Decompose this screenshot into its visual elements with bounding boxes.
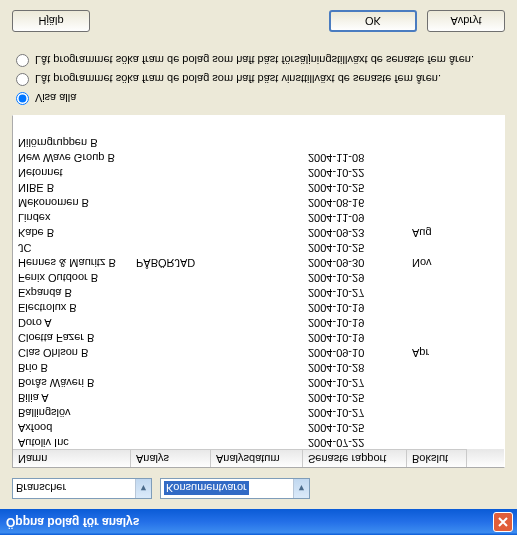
table-row[interactable]: Doro A2004-10-19: [13, 314, 504, 329]
cell-rapport: 2004-11-08: [303, 149, 407, 164]
cell-rapport: 2004-10-25: [303, 389, 407, 404]
table-row[interactable]: Electrolux B2004-10-19: [13, 299, 504, 314]
cell-date: [211, 194, 303, 209]
cell-date: [211, 149, 303, 164]
cell-name: Lindex: [13, 209, 131, 224]
col-name[interactable]: Namn: [13, 449, 131, 467]
cell-date: [211, 374, 303, 389]
table-row[interactable]: Bilia A2004-10-25: [13, 389, 504, 404]
cell-bokslut: Nov: [407, 254, 467, 269]
cell-date: [211, 299, 303, 314]
cell-bokslut: [407, 419, 467, 434]
cell-rapport: 2004-10-27: [303, 404, 407, 419]
titlebar: Öppna bolag för analys: [0, 509, 517, 535]
cell-date: [211, 134, 303, 149]
cell-name: Ballingslöv: [13, 404, 131, 419]
col-senaste[interactable]: Senaste rapport: [303, 449, 407, 467]
cell-date: [211, 284, 303, 299]
cell-name: NIBE B: [13, 179, 131, 194]
cell-date: [211, 224, 303, 239]
table-row[interactable]: JC2004-10-25: [13, 239, 504, 254]
radio-best-sales[interactable]: Låt programmet söka fram de bolag som ha…: [16, 54, 505, 67]
chevron-down-icon: ▼: [135, 479, 151, 498]
cell-bokslut: [407, 329, 467, 344]
ok-button[interactable]: OK: [329, 10, 417, 32]
radio-show-all-input[interactable]: [16, 92, 29, 105]
cell-name: Nilörngruppen B: [13, 134, 131, 149]
cell-bokslut: [407, 134, 467, 149]
window-title: Öppna bolag för analys: [6, 515, 139, 529]
cell-analys: [131, 374, 211, 389]
col-analys[interactable]: Analys: [131, 449, 211, 467]
cell-rapport: 2004-10-28: [303, 359, 407, 374]
cell-bokslut: [407, 269, 467, 284]
radio-best-profit[interactable]: Låt programmet söka fram de bolag som ha…: [16, 73, 505, 86]
radio-show-all-label: Visa alla: [35, 93, 76, 105]
cell-analys: [131, 209, 211, 224]
cell-bokslut: [407, 314, 467, 329]
rows-container[interactable]: Autoliv Inc2004-07-22Axfood2004-10-25Bal…: [13, 116, 504, 449]
cell-bokslut: [407, 359, 467, 374]
cell-name: Kabe B: [13, 224, 131, 239]
company-list: Namn Analys Analysdatum Senaste rapport …: [12, 115, 505, 468]
table-row[interactable]: Brio B2004-10-28: [13, 359, 504, 374]
filter-radios: Visa alla Låt programmet söka fram de bo…: [16, 48, 505, 105]
cell-analys: [131, 284, 211, 299]
table-row[interactable]: Cloetta Fazer B2004-10-19: [13, 329, 504, 344]
cell-name: Expanda B: [13, 284, 131, 299]
cell-analys: [131, 434, 211, 449]
table-row[interactable]: New Wave Group B2004-11-08: [13, 149, 504, 164]
cell-date: [211, 359, 303, 374]
table-row[interactable]: NIBE B2004-10-25: [13, 179, 504, 194]
branch-combo[interactable]: Branscher ▼: [12, 478, 152, 499]
cell-name: Electrolux B: [13, 299, 131, 314]
cell-rapport: 2004-09-23: [303, 224, 407, 239]
cell-date: [211, 209, 303, 224]
cell-date: [211, 179, 303, 194]
help-button[interactable]: Hjälp: [12, 10, 90, 32]
cell-date: [211, 329, 303, 344]
table-row[interactable]: Hennes & Mauritz BPÅBÖRJAD2004-09-30Nov: [13, 254, 504, 269]
cell-date: [211, 254, 303, 269]
table-row[interactable]: Fenix Outdoor B2004-10-29: [13, 269, 504, 284]
cell-analys: [131, 149, 211, 164]
table-row[interactable]: Netonnet2004-10-22: [13, 164, 504, 179]
category-combo[interactable]: Konsumentvaror ▼: [160, 478, 310, 499]
cell-analys: [131, 224, 211, 239]
table-row[interactable]: Lindex2004-11-09: [13, 209, 504, 224]
cell-analys: [131, 389, 211, 404]
table-row[interactable]: Clas Ohlson B2004-09-10Apr: [13, 344, 504, 359]
cell-analys: [131, 314, 211, 329]
cell-analys: [131, 359, 211, 374]
radio-best-profit-input[interactable]: [16, 73, 29, 86]
cell-rapport: 2004-10-27: [303, 374, 407, 389]
cell-bokslut: [407, 374, 467, 389]
radio-best-sales-input[interactable]: [16, 54, 29, 67]
cell-rapport: 2004-10-19: [303, 329, 407, 344]
cell-rapport: 2004-09-10: [303, 344, 407, 359]
col-analysdatum[interactable]: Analysdatum: [211, 449, 303, 467]
dialog-client: Branscher ▼ Konsumentvaror ▼ Namn Analys…: [0, 0, 517, 509]
table-row[interactable]: Axfood2004-10-25: [13, 419, 504, 434]
cancel-button[interactable]: Avbryt: [427, 10, 505, 32]
cell-date: [211, 404, 303, 419]
col-bokslut[interactable]: Bokslut: [407, 449, 467, 467]
cell-analys: [131, 164, 211, 179]
cell-rapport: 2004-10-27: [303, 284, 407, 299]
cell-name: Bilia A: [13, 389, 131, 404]
table-row[interactable]: Nilörngruppen B: [13, 134, 504, 149]
table-row[interactable]: Borås Wäveri B2004-10-27: [13, 374, 504, 389]
cell-rapport: 2004-10-25: [303, 419, 407, 434]
cell-date: [211, 239, 303, 254]
close-icon[interactable]: [493, 512, 513, 532]
table-row[interactable]: Ballingslöv2004-10-27: [13, 404, 504, 419]
cell-bokslut: [407, 404, 467, 419]
radio-best-profit-label: Låt programmet söka fram de bolag som ha…: [35, 74, 441, 86]
cell-name: Clas Ohlson B: [13, 344, 131, 359]
radio-show-all[interactable]: Visa alla: [16, 92, 505, 105]
table-row[interactable]: Kabe B2004-09-23Aug: [13, 224, 504, 239]
table-row[interactable]: Autoliv Inc2004-07-22: [13, 434, 504, 449]
table-row[interactable]: Expanda B2004-10-27: [13, 284, 504, 299]
cell-name: New Wave Group B: [13, 149, 131, 164]
table-row[interactable]: Mekonomen B2004-08-16: [13, 194, 504, 209]
